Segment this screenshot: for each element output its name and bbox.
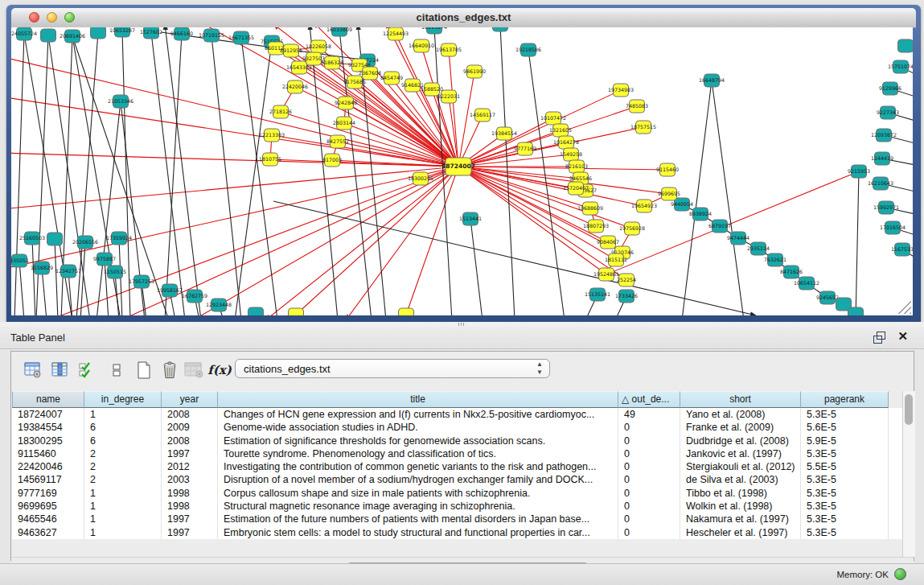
graph-node[interactable]: 16210643: [868, 177, 893, 190]
graph-node[interactable]: [91, 27, 106, 39]
column-header-short[interactable]: short: [680, 391, 801, 408]
graph-node[interactable]: 8427552: [326, 135, 349, 148]
graph-node[interactable]: 12342757: [55, 265, 81, 278]
graph-node[interactable]: 1810755: [259, 153, 281, 166]
table-row[interactable]: 946554611997Estimation of the future num…: [12, 513, 902, 525]
graph-node[interactable]: 18757515: [630, 121, 656, 134]
table-row[interactable]: 1830029562008Estimation of significance …: [12, 435, 902, 447]
graph-node[interactable]: 1150515: [104, 266, 126, 278]
graph-node[interactable]: 252254: [617, 274, 636, 286]
graph-node[interactable]: 10653287: [109, 27, 135, 37]
graph-node[interactable]: 8466160: [170, 27, 193, 40]
graph-node[interactable]: 19218586: [515, 43, 541, 56]
delete-column-icon[interactable]: [183, 360, 204, 381]
graph-node[interactable]: 8216103: [565, 160, 588, 173]
graph-node[interactable]: 10654112: [794, 277, 819, 290]
table-row[interactable]: 1938455462009Genome-wide association stu…: [12, 421, 902, 434]
table-selector-dropdown[interactable]: citations_edges.txt ▲▼: [235, 359, 550, 378]
graph-node[interactable]: 16648794: [699, 74, 725, 87]
graph-node[interactable]: [898, 39, 914, 52]
graph-node[interactable]: 9115460: [656, 163, 679, 176]
graph-node[interactable]: 817003: [322, 154, 342, 167]
graph-node[interactable]: 18113074: [421, 27, 447, 34]
graph-node[interactable]: 19613785: [436, 43, 462, 56]
graph-node[interactable]: 9861990: [463, 65, 486, 78]
table-row[interactable]: 1872400712008Changes of HCN gene express…: [12, 408, 902, 421]
table-row[interactable]: 911546021997Tourette syndrome. Phenomeno…: [12, 447, 902, 460]
graph-node[interactable]: 12093872: [871, 129, 897, 142]
column-header-pagerank[interactable]: pagerank: [801, 391, 889, 408]
row-select-icon[interactable]: [76, 360, 97, 381]
graph-node[interactable]: [47, 233, 63, 245]
network-window-titlebar[interactable]: citations_edges.txt: [11, 8, 916, 28]
graph-node[interactable]: 9129966: [879, 82, 901, 95]
citation-network-graph[interactable]: 2405572420691406106532871527602846616010…: [11, 27, 913, 315]
graph-node[interactable]: 16033809: [326, 27, 352, 36]
graph-node[interactable]: 9215953: [848, 165, 870, 178]
network-view-canvas[interactable]: 2405572420691406106532871527602846616010…: [11, 27, 913, 315]
graph-node[interactable]: 10164278: [553, 136, 579, 149]
graph-node[interactable]: [41, 29, 56, 42]
graph-node[interactable]: 1527602: [140, 27, 162, 39]
graph-node[interactable]: 1513441: [459, 212, 482, 225]
delete-table-icon[interactable]: [159, 360, 180, 381]
graph-node[interactable]: 8471626: [780, 266, 803, 278]
graph-node[interactable]: 7632621: [764, 253, 786, 266]
graph-node[interactable]: 16782759: [182, 290, 207, 303]
graph-node[interactable]: 20691406: [60, 30, 85, 43]
table-row[interactable]: 946362711997Embryonic stem cells: a mode…: [12, 526, 902, 539]
graph-node[interactable]: 1733426: [615, 290, 638, 303]
close-panel-icon[interactable]: ✕: [897, 330, 908, 343]
graph-node[interactable]: 25160503: [19, 232, 45, 245]
graph-node[interactable]: 9975887: [93, 253, 116, 266]
memory-ok-indicator-icon[interactable]: [894, 568, 906, 580]
new-table-icon[interactable]: [133, 360, 154, 381]
graph-node[interactable]: 24055724: [11, 27, 37, 40]
scrollbar-thumb[interactable]: [905, 394, 913, 425]
graph-node[interactable]: 18807293: [583, 220, 609, 233]
graph-node[interactable]: 19384554: [491, 127, 517, 140]
graph-node[interactable]: 18226058: [306, 40, 331, 53]
table-row[interactable]: 1456911722003Disruption of a novel membe…: [12, 473, 902, 486]
graph-node[interactable]: 9245652: [816, 291, 839, 304]
column-visibility-icon[interactable]: [50, 360, 71, 381]
graph-node[interactable]: 15135141: [585, 288, 610, 301]
graph-node[interactable]: 10688609: [577, 202, 603, 215]
graph-node[interactable]: [399, 308, 414, 315]
column-header-in_degree[interactable]: in_degree: [84, 391, 162, 408]
graph-node[interactable]: 17016504: [880, 221, 906, 234]
graph-node[interactable]: 2718126: [269, 105, 292, 118]
table-settings-icon[interactable]: [23, 360, 43, 381]
graph-node[interactable]: 19524861: [593, 268, 619, 281]
table-row[interactable]: 2242004622012Investigating the contribut…: [12, 460, 902, 473]
graph-node[interactable]: 1549258: [560, 148, 582, 161]
table-row[interactable]: 977716911998Corpus callosum shape and si…: [12, 487, 902, 500]
graph-node[interactable]: 16640910: [409, 39, 434, 52]
vertical-scrollbar[interactable]: [902, 391, 915, 557]
function-builder-icon[interactable]: f(x): [209, 360, 230, 381]
graph-node[interactable]: [848, 307, 864, 315]
column-header-name[interactable]: name: [12, 391, 84, 408]
graph-node[interactable]: 17957253: [129, 275, 154, 288]
graph-node[interactable]: 18724007: [441, 158, 475, 175]
column-header-out_de[interactable]: △ out_de...: [618, 391, 680, 408]
graph-node[interactable]: 7485083: [626, 100, 648, 113]
graph-node[interactable]: 9227343: [877, 106, 899, 119]
rows-icon[interactable]: [106, 360, 127, 381]
graph-node[interactable]: 8813054: [489, 27, 511, 31]
graph-node[interactable]: 19756928: [619, 222, 645, 235]
column-header-year[interactable]: year: [162, 391, 218, 408]
graph-node[interactable]: 14569117: [470, 109, 495, 122]
graph-node[interactable]: 21053346: [108, 95, 133, 108]
graph-node[interactable]: 2803144: [333, 117, 355, 130]
graph-node[interactable]: 8454749: [380, 72, 403, 84]
graph-node[interactable]: 15992971: [873, 201, 899, 214]
graph-node[interactable]: 8222031: [437, 90, 460, 103]
graph-node[interactable]: 1244419: [871, 152, 893, 165]
graph-node[interactable]: 20206556: [72, 236, 98, 249]
table-row[interactable]: 969969511998Structural magnetic resonanc…: [12, 500, 902, 513]
graph-node[interactable]: 1167533: [891, 243, 913, 256]
graph-node[interactable]: 12254493: [383, 27, 409, 40]
split-pane-handle-icon[interactable]: [458, 323, 466, 326]
graph-node[interactable]: [289, 308, 304, 315]
